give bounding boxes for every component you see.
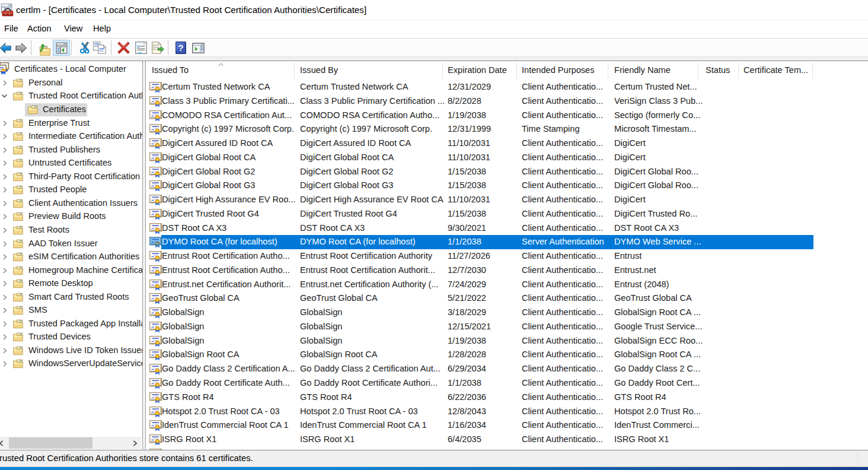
svg-text:?: ?: [178, 43, 183, 53]
